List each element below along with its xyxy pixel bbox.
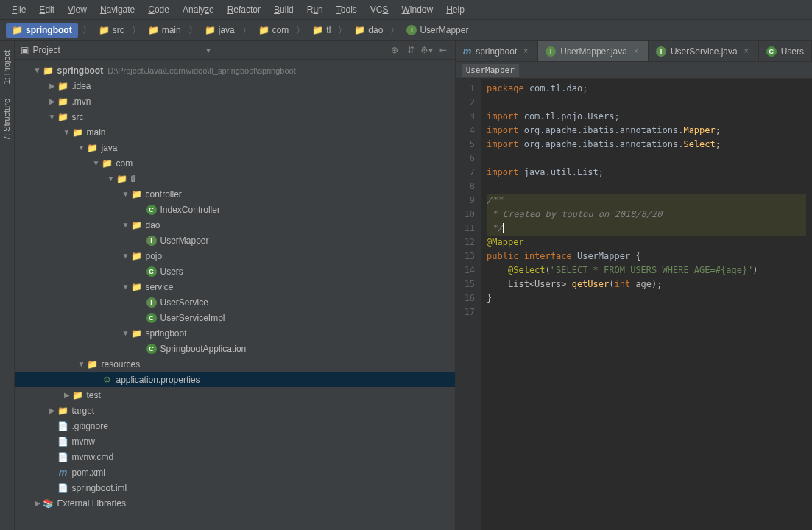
menu-view[interactable]: View <box>62 3 93 16</box>
tree-mvnwcmd[interactable]: 📄mvnw.cmd <box>15 449 455 464</box>
tree-controller[interactable]: ▼📁controller <box>15 186 455 202</box>
menu-tools[interactable]: Tools <box>331 3 363 16</box>
tree-java[interactable]: ▼📁java <box>15 140 455 155</box>
close-icon[interactable]: × <box>742 47 751 56</box>
tree-appprops[interactable]: ⚙application.properties <box>15 372 455 387</box>
gear-icon[interactable]: ⚙▾ <box>421 44 433 56</box>
tree-usermapper[interactable]: IUserMapper <box>15 233 455 248</box>
editor-tab-springboot[interactable]: mspringboot× <box>456 41 539 61</box>
expand-arrow-icon[interactable]: ▼ <box>121 221 131 229</box>
expand-arrow-icon[interactable]: ▶ <box>47 406 57 414</box>
editor-breadcrumb[interactable]: UserMapper <box>456 62 812 79</box>
tree-idea[interactable]: ▶📁.idea <box>15 78 455 93</box>
tree-users[interactable]: CUsers <box>15 264 455 279</box>
tree-extlibs[interactable]: ▶📚External Libraries <box>15 495 455 511</box>
breadcrumb-main[interactable]: 📁main <box>145 24 184 37</box>
target-icon[interactable]: ⊕ <box>389 44 400 56</box>
expand-arrow-icon[interactable]: ▶ <box>32 499 43 507</box>
breadcrumb-java[interactable]: 📁java <box>202 24 238 37</box>
tree-main[interactable]: ▼📁main <box>15 124 455 140</box>
dropdown-arrow-icon[interactable]: ▾ <box>206 45 211 55</box>
expand-arrow-icon[interactable]: ▼ <box>62 128 72 136</box>
code-content[interactable]: package com.tl.dao; import com.tl.pojo.U… <box>481 79 812 530</box>
editor-area: mspringboot× IUserMapper.java× IUserServ… <box>456 41 812 530</box>
editor-tab-users[interactable]: CUsers <box>759 41 812 61</box>
expand-arrow-icon[interactable]: ▼ <box>47 113 57 121</box>
hide-icon[interactable]: ⇤ <box>437 44 449 56</box>
menu-help[interactable]: Help <box>440 3 470 16</box>
expand-arrow-icon[interactable]: ▶ <box>47 82 57 90</box>
breadcrumb-com[interactable]: 📁com <box>255 24 292 37</box>
menu-window[interactable]: Window <box>395 3 439 16</box>
collapse-icon[interactable]: ⇵ <box>405 44 417 56</box>
menu-analyze[interactable]: Analyze <box>177 3 220 16</box>
breadcrumb-root[interactable]: 📁 springboot <box>6 23 78 38</box>
expand-arrow-icon[interactable]: ▼ <box>91 159 102 167</box>
expand-arrow-icon[interactable]: ▼ <box>121 252 131 260</box>
class-icon: C <box>146 343 158 355</box>
menu-run[interactable]: Run <box>301 3 329 16</box>
project-tab[interactable]: 1: Project <box>1 47 13 87</box>
breadcrumb-usermapper[interactable]: IUserMapper <box>403 24 471 37</box>
tree-root[interactable]: ▼ 📁 springboot D:\Project\Java\Learn\vid… <box>15 63 455 78</box>
tree-pomxml[interactable]: mpom.xml <box>15 464 455 480</box>
expand-arrow-icon[interactable]: ▶ <box>47 97 57 105</box>
expand-arrow-icon[interactable]: ▼ <box>121 283 131 291</box>
menu-edit[interactable]: Edit <box>33 3 60 16</box>
code-editor[interactable]: 1234567891011121314151617 package com.tl… <box>456 79 812 530</box>
package-icon: 📁 <box>131 188 143 200</box>
breadcrumb-dao[interactable]: 📁dao <box>351 24 386 37</box>
menu-refactor[interactable]: Refactor <box>222 3 266 16</box>
tree-src[interactable]: ▼📁src <box>15 109 455 124</box>
tree-resources[interactable]: ▼📁resources <box>15 356 455 372</box>
tree-mvn[interactable]: ▶📁.mvn <box>15 93 455 109</box>
tree-userservice[interactable]: IUserService <box>15 294 455 310</box>
structure-tab[interactable]: 7: Structure <box>1 96 13 144</box>
class-icon: C <box>146 312 158 324</box>
folder-icon: 📁 <box>354 25 365 35</box>
tree-pojo[interactable]: ▼📁pojo <box>15 248 455 264</box>
properties-file-icon: ⚙ <box>102 374 113 386</box>
tree-userserviceimpl[interactable]: CUserServiceImpl <box>15 310 455 325</box>
tree-target[interactable]: ▶📁target <box>15 403 455 418</box>
expand-arrow-icon[interactable]: ▼ <box>121 190 131 198</box>
menu-file[interactable]: File <box>6 3 32 16</box>
folder-icon: 📁 <box>148 25 159 35</box>
tree-springbootiml[interactable]: 📄springboot.iml <box>15 480 455 495</box>
close-icon[interactable]: × <box>632 47 640 56</box>
menu-navigate[interactable]: Navigate <box>94 3 141 16</box>
tree-gitignore[interactable]: 📄.gitignore <box>15 418 455 434</box>
expand-arrow-icon[interactable]: ▼ <box>106 174 116 183</box>
close-icon[interactable]: × <box>521 47 530 56</box>
tree-dao[interactable]: ▼📁dao <box>15 217 455 233</box>
tree-test[interactable]: ▶📁test <box>15 387 455 403</box>
folder-icon: 📁 <box>205 25 216 35</box>
tree-indexcontroller[interactable]: CIndexController <box>15 202 455 217</box>
breadcrumb-tl[interactable]: 📁tl <box>309 24 333 37</box>
menu-build[interactable]: Build <box>268 3 300 16</box>
class-icon: C <box>766 46 777 57</box>
tree-mvnw[interactable]: 📄mvnw <box>15 434 455 449</box>
breadcrumb-root-label: springboot <box>26 25 72 35</box>
expand-arrow-icon[interactable]: ▼ <box>121 329 131 337</box>
editor-tab-usermapper[interactable]: IUserMapper.java× <box>538 41 649 61</box>
line-gutter: 1234567891011121314151617 <box>456 79 481 530</box>
editor-tab-userservice[interactable]: IUserService.java× <box>649 41 759 61</box>
menu-vcs[interactable]: VCS <box>364 3 395 16</box>
folder-icon: 📁 <box>12 25 23 35</box>
expand-arrow-icon[interactable]: ▼ <box>77 360 87 368</box>
class-icon: C <box>146 204 158 216</box>
expand-arrow-icon[interactable]: ▼ <box>32 66 43 74</box>
tree-springbootapp[interactable]: CSpringbootApplication <box>15 341 455 356</box>
tree-com[interactable]: ▼📁com <box>15 155 455 171</box>
menu-code[interactable]: Code <box>142 3 175 16</box>
folder-icon: 📁 <box>57 80 69 92</box>
tree-tl[interactable]: ▼📁tl <box>15 171 455 186</box>
breadcrumb-src[interactable]: 📁src <box>96 24 127 37</box>
tree-springboot-pkg[interactable]: ▼📁springboot <box>15 325 455 341</box>
text-cursor <box>503 223 504 233</box>
expand-arrow-icon[interactable]: ▶ <box>62 391 72 399</box>
tree-service[interactable]: ▼📁service <box>15 279 455 294</box>
interface-icon: I <box>146 235 158 247</box>
expand-arrow-icon[interactable]: ▼ <box>77 144 87 152</box>
